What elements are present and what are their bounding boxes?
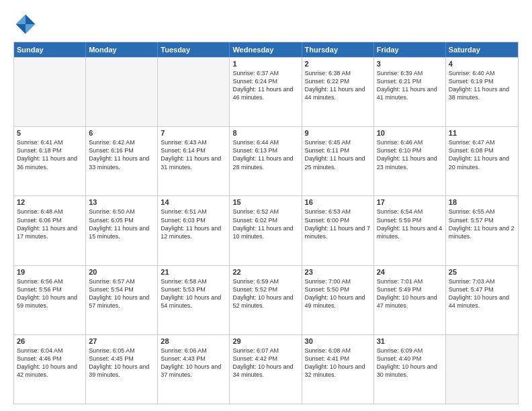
cell-info: Sunset: 5:49 PM <box>377 285 443 293</box>
calendar-cell-3-1: 20Sunrise: 6:57 AMSunset: 5:54 PMDayligh… <box>86 266 158 334</box>
cell-info: Sunrise: 6:52 AM <box>232 208 298 216</box>
cell-info: Sunrise: 6:43 AM <box>161 138 226 146</box>
day-number: 13 <box>89 198 154 206</box>
day-number: 26 <box>17 337 83 345</box>
calendar-cell-3-4: 23Sunrise: 7:00 AMSunset: 5:50 PMDayligh… <box>302 266 374 334</box>
day-number: 28 <box>161 337 226 345</box>
calendar-cell-3-5: 24Sunrise: 7:01 AMSunset: 5:49 PMDayligh… <box>374 266 446 334</box>
calendar: SundayMondayTuesdayWednesdayThursdayFrid… <box>13 42 519 404</box>
day-number: 6 <box>89 129 154 137</box>
logo <box>13 12 42 36</box>
weekday-header-thursday: Thursday <box>302 42 374 57</box>
calendar-cell-0-3: 1Sunrise: 6:37 AMSunset: 6:24 PMDaylight… <box>230 58 302 126</box>
cell-info: Daylight: 11 hours and 15 minutes. <box>89 224 154 240</box>
day-number: 17 <box>377 198 443 206</box>
cell-info: Daylight: 11 hours and 28 minutes. <box>232 154 298 171</box>
calendar-row-4: 26Sunrise: 6:04 AMSunset: 4:46 PMDayligh… <box>14 334 518 404</box>
cell-info: Daylight: 11 hours and 2 minutes. <box>449 224 515 240</box>
calendar-cell-1-2: 7Sunrise: 6:43 AMSunset: 6:14 PMDaylight… <box>158 127 230 195</box>
calendar-cell-3-0: 19Sunrise: 6:56 AMSunset: 5:56 PMDayligh… <box>14 266 86 334</box>
cell-info: Sunrise: 6:57 AM <box>89 277 154 285</box>
day-number: 10 <box>377 129 443 137</box>
cell-info: Sunrise: 6:58 AM <box>161 277 226 285</box>
cell-info: Sunrise: 6:56 AM <box>17 277 83 285</box>
cell-info: Sunset: 5:54 PM <box>89 285 154 293</box>
calendar-cell-1-0: 5Sunrise: 6:41 AMSunset: 6:18 PMDaylight… <box>14 127 86 195</box>
day-number: 3 <box>377 60 443 68</box>
cell-info: Daylight: 11 hours and 4 minutes. <box>377 224 443 240</box>
cell-info: Sunset: 4:42 PM <box>232 355 298 363</box>
cell-info: Sunset: 4:45 PM <box>89 355 154 363</box>
cell-info: Sunset: 6:19 PM <box>449 77 515 85</box>
day-number: 23 <box>305 268 371 276</box>
svg-marker-3 <box>26 24 35 34</box>
calendar-cell-2-1: 13Sunrise: 6:50 AMSunset: 6:05 PMDayligh… <box>86 196 158 265</box>
cell-info: Sunrise: 6:45 AM <box>305 138 371 146</box>
cell-info: Sunrise: 7:01 AM <box>377 277 443 285</box>
cell-info: Sunrise: 6:47 AM <box>449 138 515 146</box>
calendar-cell-2-3: 15Sunrise: 6:52 AMSunset: 6:02 PMDayligh… <box>230 196 302 265</box>
cell-info: Sunset: 6:10 PM <box>377 146 443 154</box>
cell-info: Daylight: 11 hours and 10 minutes. <box>232 224 298 240</box>
cell-info: Daylight: 11 hours and 23 minutes. <box>377 154 443 171</box>
calendar-cell-4-1: 27Sunrise: 6:05 AMSunset: 4:45 PMDayligh… <box>86 335 158 404</box>
cell-info: Sunrise: 6:41 AM <box>17 138 83 146</box>
logo-icon <box>13 12 38 36</box>
cell-info: Daylight: 10 hours and 42 minutes. <box>17 363 83 379</box>
cell-info: Sunset: 6:13 PM <box>232 146 298 154</box>
cell-info: Daylight: 10 hours and 44 minutes. <box>449 293 515 310</box>
day-number: 5 <box>17 129 83 137</box>
day-number: 4 <box>449 60 515 68</box>
day-number: 14 <box>161 198 226 206</box>
cell-info: Daylight: 11 hours and 31 minutes. <box>161 154 226 171</box>
calendar-cell-3-3: 22Sunrise: 6:59 AMSunset: 5:52 PMDayligh… <box>230 266 302 334</box>
calendar-cell-1-3: 8Sunrise: 6:44 AMSunset: 6:13 PMDaylight… <box>230 127 302 195</box>
cell-info: Daylight: 11 hours and 36 minutes. <box>17 154 83 171</box>
calendar-cell-1-1: 6Sunrise: 6:42 AMSunset: 6:16 PMDaylight… <box>86 127 158 195</box>
calendar-cell-2-0: 12Sunrise: 6:48 AMSunset: 6:06 PMDayligh… <box>14 196 86 265</box>
cell-info: Sunrise: 6:59 AM <box>232 277 298 285</box>
cell-info: Sunrise: 6:40 AM <box>449 69 515 77</box>
cell-info: Daylight: 11 hours and 44 minutes. <box>305 85 371 101</box>
cell-info: Daylight: 10 hours and 57 minutes. <box>89 293 154 310</box>
cell-info: Daylight: 10 hours and 52 minutes. <box>232 293 298 310</box>
day-number: 1 <box>232 60 298 68</box>
day-number: 11 <box>449 129 515 137</box>
cell-info: Sunrise: 6:07 AM <box>232 347 298 355</box>
calendar-cell-4-5: 31Sunrise: 6:09 AMSunset: 4:40 PMDayligh… <box>374 335 446 404</box>
calendar-body: 1Sunrise: 6:37 AMSunset: 6:24 PMDaylight… <box>14 57 518 404</box>
day-number: 21 <box>161 268 226 276</box>
calendar-cell-4-3: 29Sunrise: 6:07 AMSunset: 4:42 PMDayligh… <box>230 335 302 404</box>
cell-info: Sunset: 6:05 PM <box>89 216 154 224</box>
day-number: 25 <box>449 268 515 276</box>
cell-info: Daylight: 11 hours and 20 minutes. <box>449 154 515 171</box>
svg-marker-1 <box>16 15 26 24</box>
cell-info: Sunrise: 6:06 AM <box>161 347 226 355</box>
calendar-cell-0-2 <box>158 58 230 126</box>
day-number: 19 <box>17 268 83 276</box>
calendar-cell-4-2: 28Sunrise: 6:06 AMSunset: 4:43 PMDayligh… <box>158 335 230 404</box>
cell-info: Sunset: 6:24 PM <box>232 77 298 85</box>
day-number: 15 <box>232 198 298 206</box>
day-number: 22 <box>232 268 298 276</box>
cell-info: Sunset: 5:52 PM <box>232 285 298 293</box>
cell-info: Sunset: 6:22 PM <box>305 77 371 85</box>
day-number: 18 <box>449 198 515 206</box>
cell-info: Sunrise: 6:44 AM <box>232 138 298 146</box>
page: SundayMondayTuesdayWednesdayThursdayFrid… <box>0 0 532 411</box>
svg-marker-0 <box>26 15 35 24</box>
weekday-header-saturday: Saturday <box>446 42 518 57</box>
cell-info: Daylight: 11 hours and 41 minutes. <box>377 85 443 101</box>
cell-info: Sunset: 6:08 PM <box>449 146 515 154</box>
calendar-cell-3-6: 25Sunrise: 7:03 AMSunset: 5:47 PMDayligh… <box>446 266 518 334</box>
cell-info: Sunset: 6:18 PM <box>17 146 83 154</box>
calendar-row-0: 1Sunrise: 6:37 AMSunset: 6:24 PMDaylight… <box>14 57 518 126</box>
calendar-cell-4-0: 26Sunrise: 6:04 AMSunset: 4:46 PMDayligh… <box>14 335 86 404</box>
day-number: 27 <box>89 337 154 345</box>
cell-info: Sunrise: 7:00 AM <box>305 277 371 285</box>
weekday-header-wednesday: Wednesday <box>230 42 302 57</box>
day-number: 2 <box>305 60 371 68</box>
calendar-cell-0-6: 4Sunrise: 6:40 AMSunset: 6:19 PMDaylight… <box>446 58 518 126</box>
weekday-header-monday: Monday <box>86 42 158 57</box>
day-number: 31 <box>377 337 443 345</box>
